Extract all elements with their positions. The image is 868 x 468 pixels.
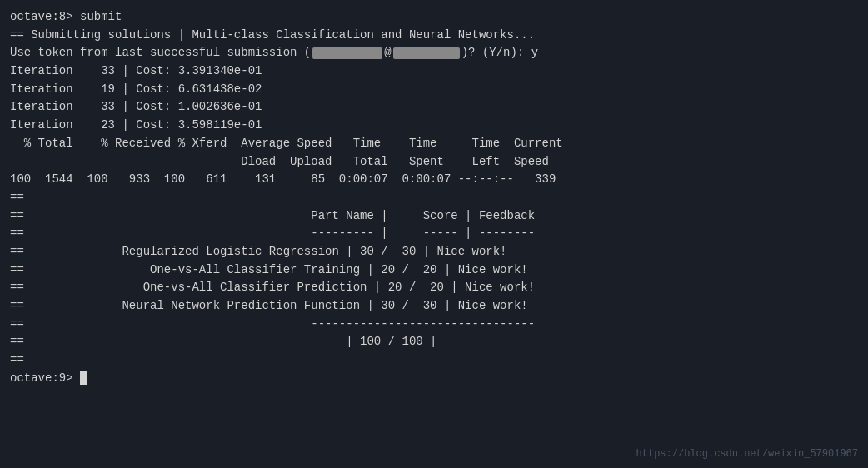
line-15: == One-vs-All Classifier Training | 20 /… (10, 263, 528, 276)
line-11: == (10, 191, 24, 204)
line-21: octave:9> (10, 371, 87, 385)
line-16: == One-vs-All Classifier Prediction | 20… (10, 281, 535, 294)
line-18: == -------------------------------- (10, 317, 535, 331)
line-19: == | 100 / 100 | (10, 335, 436, 348)
terminal-cursor (80, 371, 87, 385)
terminal-output: octave:8> submit == Submitting solutions… (10, 8, 858, 387)
watermark: https://blog.csdn.net/weixin_57901967 (636, 448, 858, 460)
line-13: == --------- | ----- | -------- (10, 227, 535, 240)
line-12: == Part Name | Score | Feedback (10, 209, 535, 222)
terminal-window: octave:8> submit == Submitting solutions… (0, 0, 868, 468)
line-9: Dload Upload Total Spent Left Speed (10, 155, 549, 168)
line-17: == Neural Network Prediction Function | … (10, 299, 528, 312)
blurred-token (312, 47, 382, 59)
line-20: == (10, 353, 24, 366)
line-1: octave:8> submit (10, 10, 122, 23)
line-5: Iteration 19 | Cost: 6.631438e-02 (10, 82, 262, 96)
line-6: Iteration 33 | Cost: 1.002636e-01 (10, 100, 262, 113)
line-3: Use token from last successful submissio… (10, 46, 538, 59)
line-2: == Submitting solutions | Multi-class Cl… (10, 28, 535, 42)
line-8: % Total % Received % Xferd Average Speed… (10, 137, 563, 150)
blurred-domain (393, 47, 460, 59)
line-7: Iteration 23 | Cost: 3.598119e-01 (10, 118, 262, 132)
line-10: 100 1544 100 933 100 611 131 85 0:00:07 … (10, 172, 556, 186)
line-4: Iteration 33 | Cost: 3.391340e-01 (10, 64, 262, 77)
line-14: == Regularized Logistic Regression | 30 … (10, 245, 507, 258)
